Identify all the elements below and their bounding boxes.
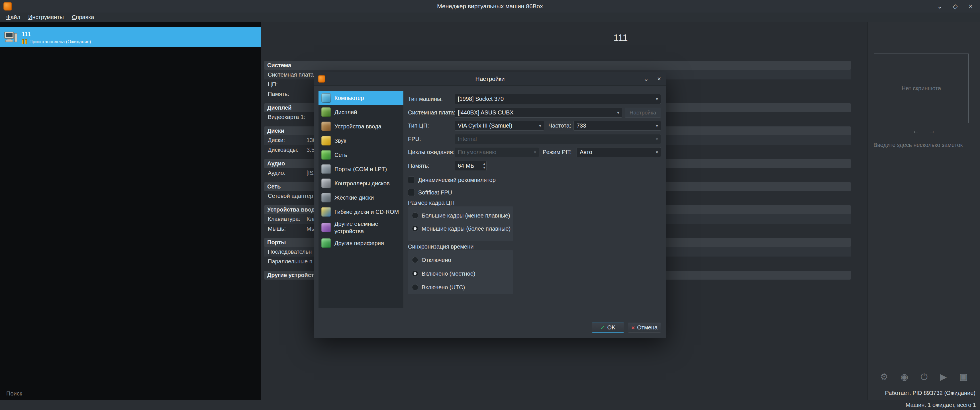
detail-label: Системная плата: bbox=[268, 70, 315, 79]
detail-label: Сетевой адаптер bbox=[268, 191, 313, 201]
checkbox-label: Динамический рекомпилятор bbox=[418, 177, 496, 183]
ok-button-label: OK bbox=[608, 324, 616, 331]
detail-label: ЦП: bbox=[268, 79, 301, 89]
category-label: Другая периферия bbox=[334, 240, 384, 247]
screenshot-placeholder: Нет скриншота bbox=[874, 54, 969, 123]
radio-icon bbox=[412, 270, 418, 277]
storage-controllers-icon bbox=[321, 178, 331, 188]
dialog-titlebar-buttons: ⌄× bbox=[644, 72, 666, 86]
menu-help[interactable]: Справка bbox=[68, 13, 98, 22]
prev-screenshot-button[interactable]: ← bbox=[912, 126, 920, 135]
shade-button[interactable]: ⌄ bbox=[644, 72, 649, 86]
settings-category-removable-devices[interactable]: Другие съёмные устройства bbox=[318, 219, 403, 236]
settings-category-network[interactable]: Сеть bbox=[318, 148, 403, 162]
speed-select[interactable]: 733 ▾ bbox=[573, 121, 661, 131]
cpu-frame-option-0[interactable]: Большие кадры (менее плавные) bbox=[412, 212, 513, 219]
detail-label: Диски: bbox=[268, 135, 301, 145]
machine-type-value: [1998] Socket 370 bbox=[458, 96, 504, 102]
vm-display-button[interactable]: ▣ bbox=[959, 372, 967, 382]
vm-control-toolbar: ⚙◉⏻▶▣ bbox=[868, 372, 980, 382]
cpu-frame-group-title: Размер кадра ЦП bbox=[408, 200, 454, 206]
vm-meta: 111 Приостановлена (Ожидание) bbox=[22, 30, 91, 44]
time-sync-option-2[interactable]: Включено (UTC) bbox=[412, 284, 513, 291]
settings-category-hard-disks[interactable]: Жёсткие диски bbox=[318, 191, 403, 205]
settings-category-ports[interactable]: Порты (COM и LPT) bbox=[318, 162, 403, 176]
memory-label: Память: bbox=[408, 161, 429, 171]
pause-icon bbox=[22, 39, 27, 44]
machine-type-select[interactable]: [1998] Socket 370 ▾ bbox=[455, 94, 661, 104]
time-sync-option-0[interactable]: Отключено bbox=[412, 256, 513, 263]
menu-tools[interactable]: Инструменты bbox=[24, 13, 68, 22]
statusbar-text: Машин: 1 ожидает, всего 1 bbox=[906, 402, 976, 408]
vm-snapshot-button[interactable]: ◉ bbox=[900, 372, 908, 382]
category-label: Компьютер bbox=[334, 94, 364, 102]
category-label: Дисплей bbox=[334, 108, 357, 116]
speed-label: Частота: bbox=[549, 121, 571, 131]
menu-file[interactable]: Файл bbox=[2, 13, 24, 22]
cancel-button[interactable]: × Отмена bbox=[628, 323, 661, 332]
close-button[interactable]: × bbox=[657, 72, 661, 86]
section-header: Система bbox=[264, 61, 851, 70]
settings-category-floppy-cdrom[interactable]: Гибкие диски и CD-ROM bbox=[318, 205, 403, 219]
vm-power-button[interactable]: ⏻ bbox=[921, 372, 928, 382]
radio-icon bbox=[412, 284, 418, 291]
radio-icon bbox=[412, 257, 418, 263]
radio-label: Отключено bbox=[422, 257, 451, 263]
86box-app-icon bbox=[318, 75, 325, 83]
minimize-button[interactable]: ⌄ bbox=[936, 0, 943, 13]
time-sync-option-1[interactable]: Включено (местное) bbox=[412, 270, 513, 277]
dialog-titlebar: Настройки ⌄× bbox=[314, 72, 666, 86]
computer-icon bbox=[321, 93, 331, 103]
vm-side-panel: Нет скриншота ←→ Введите здесь несколько… bbox=[867, 22, 980, 400]
settings-category-input-devices[interactable]: Устройства ввода bbox=[318, 119, 403, 133]
softfloat-fpu-checkbox[interactable]: Softfloat FPU bbox=[408, 189, 452, 196]
radio-icon bbox=[412, 226, 418, 232]
speed-value: 733 bbox=[577, 122, 586, 129]
cancel-button-label: Отмена bbox=[637, 324, 657, 331]
notes-input[interactable]: Введите здесь несколько заметок bbox=[873, 142, 976, 148]
category-label: Порты (COM и LPT) bbox=[334, 165, 387, 173]
time-sync-group-title: Синхронизация времени bbox=[408, 243, 474, 250]
cpu-type-value: VIA Cyrix III (Samuel) bbox=[458, 122, 512, 129]
dropdown-arrow-icon: ▾ bbox=[656, 94, 658, 103]
dropdown-arrow-icon: ▾ bbox=[656, 121, 658, 130]
search-input[interactable]: Поиск bbox=[6, 390, 22, 397]
detail-label: Видеокарта 1: bbox=[268, 112, 305, 122]
motherboard-configure-button: Настройка bbox=[625, 108, 661, 118]
memory-stepper[interactable]: 64 МБ ▴ ▾ bbox=[455, 161, 487, 171]
pit-mode-label: Режим PIT: bbox=[543, 147, 572, 157]
settings-category-list: КомпьютерДисплейУстройства вводаЗвукСеть… bbox=[318, 91, 403, 308]
fpu-label: FPU: bbox=[408, 134, 421, 144]
dynamic-recompiler-checkbox[interactable]: Динамический рекомпилятор bbox=[408, 176, 496, 184]
vm-start-button[interactable]: ▶ bbox=[940, 372, 947, 382]
ports-icon bbox=[321, 164, 331, 174]
cpu-frame-option-1[interactable]: Меньшие кадры (более плавные) bbox=[412, 225, 513, 232]
radio-label: Меньшие кадры (более плавные) bbox=[422, 226, 511, 232]
stepper-buttons[interactable]: ▴ ▾ bbox=[483, 162, 485, 170]
close-icon: × bbox=[631, 324, 635, 331]
close-button[interactable]: × bbox=[967, 0, 974, 13]
cpu-type-select[interactable]: VIA Cyrix III (Samuel) ▾ bbox=[455, 121, 544, 131]
ok-button[interactable]: ✓ OK bbox=[592, 323, 624, 332]
detail-label: Клавиатура: bbox=[268, 214, 301, 224]
display-icon bbox=[321, 107, 331, 117]
pit-mode-select[interactable]: Авто ▾ bbox=[577, 147, 661, 157]
statusbar: Машин: 1 ожидает, всего 1 bbox=[0, 400, 980, 410]
maximize-button[interactable]: ◇ bbox=[951, 0, 959, 13]
wait-states-select: По умолчанию ▾ bbox=[455, 147, 539, 157]
settings-category-peripherals[interactable]: Другая периферия bbox=[318, 236, 403, 250]
category-label: Контроллеры дисков bbox=[334, 180, 390, 187]
stepper-up-icon[interactable]: ▴ bbox=[483, 162, 485, 166]
next-screenshot-button[interactable]: → bbox=[928, 126, 935, 135]
fpu-value: Internal bbox=[458, 136, 477, 142]
stepper-down-icon[interactable]: ▾ bbox=[483, 166, 485, 170]
settings-category-sound[interactable]: Звук bbox=[318, 133, 403, 148]
settings-category-storage-controllers[interactable]: Контроллеры дисков bbox=[318, 176, 403, 191]
settings-category-computer[interactable]: Компьютер bbox=[318, 91, 403, 105]
vm-settings-button[interactable]: ⚙ bbox=[880, 372, 888, 382]
motherboard-select[interactable]: [i440BX] ASUS CUBX ▾ bbox=[455, 108, 622, 118]
detail-label: Память: bbox=[268, 89, 301, 99]
vm-list-item[interactable]: 111 Приостановлена (Ожидание) bbox=[0, 27, 261, 47]
category-label: Устройства ввода bbox=[334, 123, 382, 130]
settings-category-display[interactable]: Дисплей bbox=[318, 105, 403, 119]
